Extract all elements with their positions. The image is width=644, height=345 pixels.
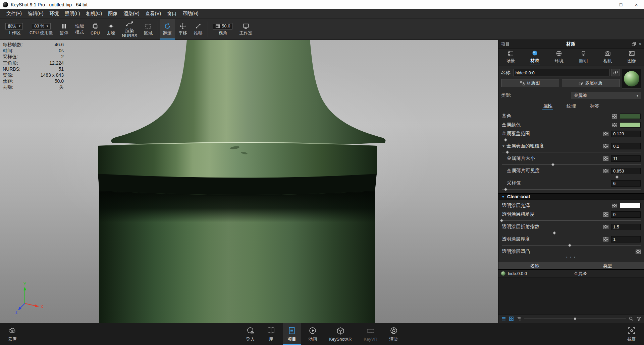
clearcoat-section-header[interactable]: ▼ Clear-coat [498, 193, 644, 200]
flake-size-slider[interactable] [502, 163, 641, 166]
samples-input[interactable]: 6 [611, 180, 641, 187]
base-color-swatch[interactable] [620, 114, 641, 119]
texture-checker-icon[interactable] [603, 225, 608, 229]
clearcoat-thickness-slider[interactable] [502, 244, 641, 247]
clearcoat-ior-slider[interactable] [502, 231, 641, 235]
stat-row: 每秒帧数:46.6 [3, 42, 64, 48]
clearcoat-thickness-input[interactable]: 1 [611, 236, 641, 243]
assign-material-button[interactable] [611, 69, 620, 76]
metal-coverage-slider[interactable] [502, 138, 641, 142]
material-type-select[interactable]: 金属漆 ▾ [571, 92, 641, 99]
material-list-row[interactable]: hide:0:0:0 金属漆 [498, 270, 644, 278]
render-button[interactable]: 渲染 [385, 323, 403, 345]
menu-environment[interactable]: 环境 [47, 9, 62, 18]
tab-environment[interactable]: 环境 [547, 49, 571, 66]
subtab-textures[interactable]: 纹理 [566, 103, 577, 110]
cloud-library-button[interactable]: 云库 [3, 323, 21, 345]
metal-roughness-input[interactable]: 0.1 [611, 143, 641, 149]
studio-button[interactable]: 工作室 [236, 19, 256, 40]
texture-checker-icon[interactable] [603, 144, 608, 148]
menu-help[interactable]: 帮助(H) [179, 9, 201, 18]
toolbar-separator [208, 21, 208, 37]
tab-lighting[interactable]: 照明 [571, 49, 595, 66]
dolly-button[interactable]: 推移 [191, 19, 206, 40]
menu-window[interactable]: 窗口 [164, 9, 179, 18]
texture-checker-icon[interactable] [603, 237, 608, 242]
tab-scene[interactable]: 场景 [498, 49, 523, 66]
animation-button[interactable]: 动画 [304, 323, 322, 345]
material-preview[interactable] [622, 69, 641, 88]
menu-image[interactable]: 图像 [105, 9, 120, 18]
panel-close-icon[interactable]: × [639, 42, 641, 47]
pan-button[interactable]: 平移 [175, 19, 191, 40]
tab-camera[interactable]: 相机 [595, 49, 620, 66]
library-button[interactable]: 库 [262, 323, 280, 345]
project-button[interactable]: 项目 [283, 323, 301, 345]
maximize-button[interactable]: □ [613, 0, 629, 9]
clearcoat-ior-input[interactable]: 1.5 [611, 224, 641, 230]
workspace-select[interactable]: 默认▾ 工作区 [2, 19, 26, 40]
texture-checker-icon[interactable] [636, 250, 641, 254]
denoise-button[interactable]: 去噪 [103, 19, 119, 40]
menu-edit[interactable]: 编辑(E) [25, 9, 47, 18]
multi-material-button[interactable]: 多层材质 [562, 79, 620, 87]
cpu-button[interactable]: CPU [87, 19, 103, 40]
clearcoat-roughness-input[interactable]: 0 [611, 211, 641, 218]
flake-size-input[interactable]: 11 [611, 155, 641, 162]
axis-gizmo[interactable]: Y X z [14, 282, 46, 316]
tab-material[interactable]: 材质 [523, 49, 547, 66]
import-button[interactable]: 导入 [241, 323, 259, 345]
flake-visibility-slider[interactable] [502, 175, 641, 179]
column-type[interactable]: 类型 [571, 262, 644, 269]
keyshotxr-button[interactable]: KeyShotXR [324, 323, 356, 345]
minimize-button[interactable]: ─ [598, 0, 613, 9]
menu-render[interactable]: 渲染(R) [120, 9, 142, 18]
texture-checker-icon[interactable] [612, 123, 617, 127]
subtab-labels[interactable]: 标签 [589, 103, 600, 110]
texture-checker-icon[interactable] [612, 114, 617, 119]
column-name[interactable]: 名称 [498, 262, 571, 269]
collapse-arrow-icon[interactable]: ▼ [502, 144, 505, 148]
search-icon[interactable] [629, 316, 634, 321]
close-button[interactable]: × [629, 0, 644, 9]
samples-slider[interactable] [502, 188, 641, 191]
performance-mode-button[interactable]: 性能 模式 [72, 19, 87, 40]
subtab-properties[interactable]: 属性 [542, 103, 553, 110]
material-graph-button[interactable]: 材质图 [501, 79, 559, 87]
fov-field[interactable]: 50.0 视角 [210, 19, 236, 40]
menu-view[interactable]: 查看(V) [143, 9, 164, 18]
render-viewport[interactable]: 每秒帧数:46.6 时间:0s 采样值:2 三角形:12,224 NURBS:5… [0, 40, 498, 323]
tree-view-icon[interactable] [517, 316, 522, 321]
texture-checker-icon[interactable] [612, 204, 617, 208]
pause-icon [60, 22, 68, 30]
menu-camera[interactable]: 相机(C) [83, 9, 105, 18]
metal-coverage-input[interactable]: 0.123 [611, 131, 641, 137]
clearcoat-gloss-swatch[interactable] [620, 203, 641, 208]
pause-button[interactable]: 暂停 [56, 19, 72, 40]
section-grip[interactable]: • • • [502, 256, 641, 259]
metal-roughness-slider[interactable] [502, 150, 641, 154]
texture-checker-icon[interactable] [603, 132, 608, 136]
flake-visibility-input[interactable]: 0.853 [611, 168, 641, 174]
cpu-usage-select[interactable]: 83 %▾ CPU 使用量 [26, 19, 56, 40]
metal-color-swatch[interactable] [620, 122, 641, 128]
keyvr-button[interactable]: KeyVR [359, 323, 382, 345]
grid-view-icon[interactable] [509, 316, 514, 321]
clearcoat-roughness-slider[interactable] [502, 219, 641, 222]
texture-checker-icon[interactable] [603, 169, 608, 173]
undock-icon[interactable] [632, 42, 636, 46]
thumbnail-size-slider[interactable] [524, 317, 626, 321]
texture-checker-icon[interactable] [603, 212, 608, 217]
menu-file[interactable]: 文件(F) [3, 9, 25, 18]
assign-material-icon [613, 70, 618, 75]
filter-icon[interactable] [636, 316, 641, 321]
tumble-button[interactable]: 翻滚 [160, 19, 175, 40]
texture-checker-icon[interactable] [603, 156, 608, 161]
material-name-input[interactable] [513, 69, 609, 76]
list-view-icon[interactable] [501, 316, 506, 321]
menu-lighting[interactable]: 照明(L) [62, 9, 83, 18]
render-nurbs-button[interactable]: 渲染NURBS [119, 19, 141, 40]
region-button[interactable]: 区域 [141, 19, 156, 40]
screenshot-button[interactable]: 截屏 [623, 323, 641, 345]
tab-image[interactable]: 图像 [620, 49, 644, 66]
